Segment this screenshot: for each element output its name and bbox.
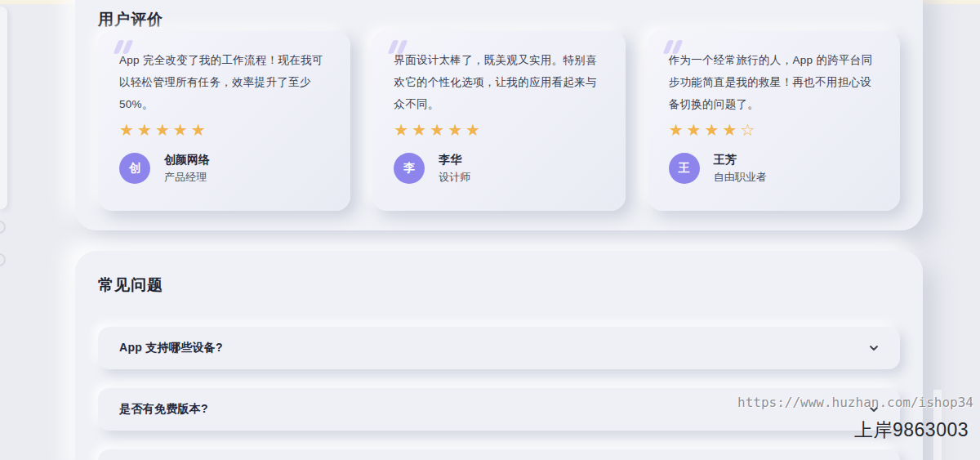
faq-question: 是否有免费版本? [119,402,208,417]
star-icon: ★ [669,121,687,139]
reviews-title: 用户评价 [98,10,900,29]
reviewer-role: 自由职业者 [714,169,767,185]
reviewer-row: 王 王芳 自由职业者 [669,151,879,185]
reviewer-name: 李华 [439,151,470,167]
quote-icon [666,40,680,54]
star-icon: ★ [722,121,740,139]
quote-icon [116,40,131,54]
testimonial-card: 作为一个经常旅行的人，App 的跨平台同步功能简直是我的救星！再也不用担心设备切… [648,31,900,211]
faq-section: 常见问题 App 支持哪些设备? 是否有免费版本? 更新免费吗? [75,251,923,460]
faq-item[interactable]: 更新免费吗? [98,449,900,460]
star-icon: ★ [466,121,483,139]
watermark-url: https://www.huzhan.com/ishop34 [737,395,973,410]
reviewer-row: 李 李华 设计师 [394,151,604,185]
star-icon: ★ [394,121,412,139]
quote-text: 界面设计太棒了，既美观又实用。特别喜欢它的个性化选项，让我的应用看起来与众不同。 [394,49,604,115]
star-icon-empty: ☆ [740,121,758,139]
star-icon: ★ [448,121,466,139]
star-icon: ★ [155,121,173,139]
faq-item[interactable]: App 支持哪些设备? [98,327,900,369]
quote-icon [390,40,405,54]
faq-title: 常见问题 [98,275,900,295]
star-icon: ★ [137,121,155,139]
star-rating: ★★★★★ [394,120,604,140]
testimonial-card: 界面设计太棒了，既美观又实用。特别喜欢它的个性化选项，让我的应用看起来与众不同。… [372,31,625,211]
faq-question: App 支持哪些设备? [119,341,223,355]
avatar: 李 [394,153,425,184]
watermark-id: 上岸9863003 [854,418,969,443]
edge-dot-decoration [0,221,6,234]
star-rating: ★★★★★ [119,120,329,140]
star-rating: ★★★★☆ [669,120,879,140]
testimonial-cards-row: App 完全改变了我的工作流程！现在我可以轻松管理所有任务，效率提升了至少 50… [98,31,900,211]
quote-text: 作为一个经常旅行的人，App 的跨平台同步功能简直是我的救星！再也不用担心设备切… [669,49,879,115]
left-edge-strip [0,7,7,209]
reviewer-role: 设计师 [439,169,470,185]
star-icon: ★ [430,121,448,139]
star-icon: ★ [173,121,191,139]
avatar: 创 [119,153,150,184]
star-icon: ★ [687,121,705,139]
reviewer-role: 产品经理 [164,169,210,185]
avatar: 王 [669,153,700,184]
reviewer-row: 创 创颜网络 产品经理 [119,151,329,185]
reviews-section: 用户评价 App 完全改变了我的工作流程！现在我可以轻松管理所有任务，效率提升了… [75,0,923,230]
star-icon: ★ [191,121,209,139]
faq-list: App 支持哪些设备? 是否有免费版本? 更新免费吗? [98,327,900,460]
edge-dot-decoration [0,253,6,266]
star-icon: ★ [412,121,430,139]
reviewer-name: 创颜网络 [164,151,210,167]
reviewer-name: 王芳 [714,151,767,167]
chevron-down-icon [867,342,880,355]
quote-text: App 完全改变了我的工作流程！现在我可以轻松管理所有任务，效率提升了至少 50… [119,49,329,115]
star-icon: ★ [119,121,137,139]
testimonial-card: App 完全改变了我的工作流程！现在我可以轻松管理所有任务，效率提升了至少 50… [98,31,350,211]
star-icon: ★ [705,121,723,139]
